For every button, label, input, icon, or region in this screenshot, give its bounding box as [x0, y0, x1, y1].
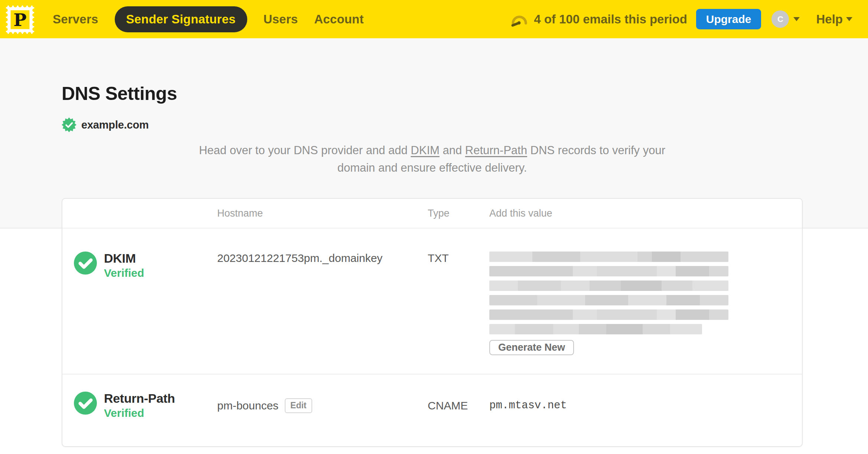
dns-records-card: Hostname Type Add this value DKIM Verifi… — [62, 198, 803, 447]
return-path-link[interactable]: Return-Path — [465, 144, 527, 157]
svg-text:P: P — [13, 9, 26, 30]
gauge-icon — [510, 12, 528, 27]
redacted-value-line — [489, 295, 728, 305]
page-title: DNS Settings — [62, 83, 806, 104]
verified-check-icon — [74, 252, 97, 275]
account-menu[interactable]: C — [771, 10, 800, 28]
nav-item-users[interactable]: Users — [264, 12, 298, 26]
return-path-record-type: CNAME — [428, 399, 468, 412]
dkim-link[interactable]: DKIM — [411, 144, 440, 157]
nav-item-account[interactable]: Account — [314, 12, 363, 26]
verified-check-icon — [74, 392, 97, 415]
domain-name: example.com — [81, 119, 149, 131]
table-row-dkim: DKIM Verified 20230121221753pm._domainke… — [62, 228, 802, 374]
return-path-value: pm.mtasv.net — [489, 399, 567, 412]
status-badge: Verified — [104, 407, 175, 419]
upgrade-button[interactable]: Upgrade — [696, 9, 761, 29]
header-type: Type — [428, 208, 489, 219]
chevron-down-icon — [846, 17, 852, 21]
nav-item-sender-signatures[interactable]: Sender Signatures — [115, 6, 247, 32]
avatar[interactable]: C — [771, 10, 789, 28]
return-path-hostname: pm-bounces — [217, 399, 278, 412]
redacted-value-line — [489, 266, 728, 276]
redacted-dkim-value — [489, 252, 728, 334]
header-value: Add this value — [489, 208, 802, 219]
help-label: Help — [816, 12, 843, 26]
table-header-row: Hostname Type Add this value — [62, 199, 802, 228]
nav-menu: Servers Sender Signatures Users Account — [53, 6, 380, 32]
nav-item-servers[interactable]: Servers — [53, 12, 98, 26]
instructions-between: and — [440, 144, 465, 157]
usage-text: 4 of 100 emails this period — [534, 12, 687, 26]
generate-new-button[interactable]: Generate New — [489, 340, 574, 355]
chevron-down-icon — [793, 17, 800, 21]
redacted-value-line — [489, 309, 728, 320]
email-usage-indicator: 4 of 100 emails this period — [510, 12, 687, 27]
status-badge: Verified — [104, 267, 144, 279]
dkim-record-type: TXT — [428, 252, 449, 264]
verified-seal-icon — [62, 117, 76, 132]
redacted-value-line — [489, 252, 728, 262]
record-name: DKIM — [104, 252, 144, 265]
header-hostname: Hostname — [217, 208, 428, 219]
postmark-logo-icon[interactable]: P — [4, 3, 36, 36]
dkim-hostname: 20230121221753pm._domainkey — [217, 252, 382, 264]
instructions-text: Head over to your DNS provider and add D… — [62, 142, 803, 176]
record-name: Return-Path — [104, 392, 175, 405]
help-menu[interactable]: Help — [816, 12, 852, 26]
instructions-before: Head over to your DNS provider and add — [199, 144, 411, 157]
top-nav: P Servers Sender Signatures Users Accoun… — [0, 0, 868, 38]
edit-button[interactable]: Edit — [285, 398, 312, 413]
table-row-return-path: Return-Path Verified pm-bounces Edit CNA… — [62, 374, 802, 446]
redacted-value-line — [489, 324, 702, 334]
domain-row: example.com — [62, 117, 806, 132]
redacted-value-line — [489, 280, 728, 291]
